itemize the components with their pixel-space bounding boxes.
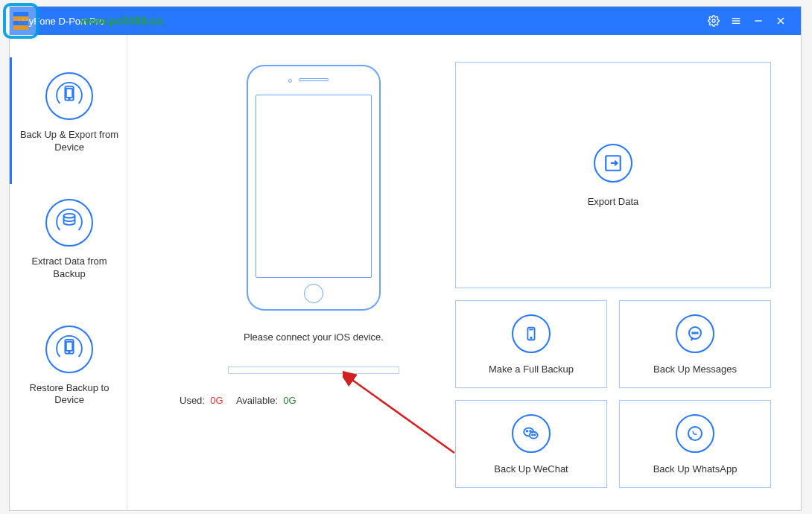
storage-bar	[228, 367, 399, 374]
minimize-icon	[752, 15, 764, 27]
svg-point-27	[534, 434, 535, 434]
sidebar-item-label: Back Up & Export from Device	[19, 129, 119, 154]
available-value: 0G	[283, 395, 296, 406]
used-value: 0G	[210, 395, 223, 406]
svg-point-17	[530, 337, 531, 337]
close-button[interactable]	[770, 10, 792, 32]
backup-export-icon	[45, 72, 93, 120]
sidebar-item-label: Extract Data from Backup	[19, 256, 119, 281]
svg-point-10	[64, 214, 75, 218]
svg-point-24	[527, 430, 528, 431]
svg-point-13	[69, 352, 70, 353]
card-label: Make a Full Backup	[489, 364, 574, 375]
used-label: Used:	[180, 395, 205, 406]
svg-point-0	[712, 19, 715, 22]
sidebar-item-backup-export[interactable]: Back Up & Export from Device	[10, 57, 127, 184]
close-icon	[775, 15, 787, 27]
card-label: Export Data	[588, 196, 639, 207]
restore-backup-icon	[45, 326, 93, 373]
menu-button[interactable]	[725, 10, 747, 32]
messages-icon	[676, 314, 714, 353]
minimize-button[interactable]	[747, 10, 770, 32]
card-label: Back Up WhatsApp	[653, 463, 738, 475]
card-label: Back Up Messages	[653, 364, 737, 375]
sidebar-item-label: Restore Backup to Device	[19, 382, 119, 407]
app-window: iMyFone D-Port Pro	[9, 6, 802, 511]
wechat-icon	[512, 414, 551, 453]
titlebar: iMyFone D-Port Pro	[10, 7, 801, 35]
available-label: Available:	[236, 395, 278, 406]
export-icon	[594, 144, 632, 183]
svg-point-21	[697, 332, 698, 334]
extract-data-icon	[45, 199, 93, 247]
actions-panel: Export Data Make a Full Backup Back Up M…	[455, 57, 771, 488]
connect-prompt: Please connect your iOS device.	[244, 331, 384, 343]
menu-icon	[730, 15, 742, 27]
svg-point-26	[532, 434, 533, 434]
whatsapp-icon	[676, 414, 714, 453]
sidebar-item-extract[interactable]: Extract Data from Backup	[10, 184, 127, 311]
export-data-card[interactable]: Export Data	[455, 62, 771, 288]
settings-button[interactable]	[702, 10, 725, 32]
sidebar: Back Up & Export from Device Extract Dat…	[10, 35, 127, 510]
phone-icon	[512, 314, 551, 353]
messages-card[interactable]: Back Up Messages	[619, 300, 771, 388]
svg-point-25	[530, 430, 531, 431]
main-area: Please connect your iOS device. Used: 0G…	[127, 35, 801, 510]
sidebar-item-restore[interactable]: Restore Backup to Device	[10, 311, 127, 437]
full-backup-card[interactable]: Make a Full Backup	[455, 300, 607, 388]
device-panel: Please connect your iOS device. Used: 0G…	[172, 57, 455, 488]
storage-info: Used: 0G Available: 0G	[180, 395, 296, 406]
gear-icon	[708, 15, 720, 27]
whatsapp-card[interactable]: Back Up WhatsApp	[619, 400, 771, 488]
svg-point-20	[694, 332, 696, 334]
svg-point-19	[692, 332, 694, 334]
app-title: iMyFone D-Port Pro	[19, 16, 702, 27]
app-body: Back Up & Export from Device Extract Dat…	[10, 35, 801, 510]
phone-outline-icon	[247, 65, 381, 311]
wechat-card[interactable]: Back Up WeChat	[455, 400, 607, 488]
card-label: Back Up WeChat	[494, 463, 568, 475]
svg-point-23	[530, 431, 538, 438]
svg-point-9	[69, 98, 70, 100]
